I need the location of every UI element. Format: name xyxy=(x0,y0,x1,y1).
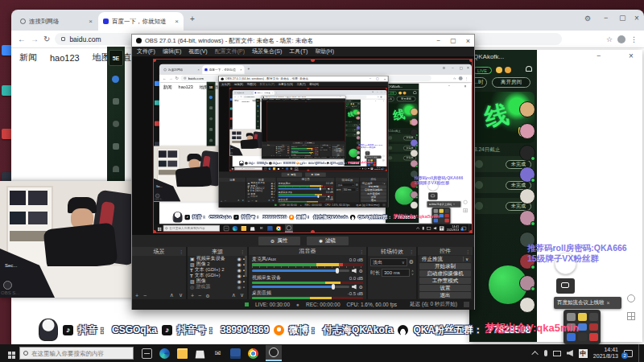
obs-maximize-button[interactable]: ▢ xyxy=(450,37,456,44)
leave-room-button[interactable]: 离开房间 xyxy=(492,77,530,88)
visibility-icon[interactable]: ◉ xyxy=(237,284,242,290)
sidebar-icon-4[interactable] xyxy=(113,143,119,150)
viewer-avatar[interactable] xyxy=(519,145,535,161)
visibility-icon[interactable]: ◉ xyxy=(237,267,242,273)
properties-button[interactable]: ⚙属性 xyxy=(258,237,300,245)
task-view-icon[interactable] xyxy=(142,348,152,359)
viewer-avatar[interactable] xyxy=(519,101,535,117)
grid-icon[interactable] xyxy=(627,312,635,320)
bookmark-star-icon[interactable]: ☆ xyxy=(606,35,613,43)
duration-input[interactable]: 300 ms xyxy=(382,269,410,277)
transition-select[interactable]: 淡出∨ xyxy=(370,258,407,266)
clock[interactable]: 14:41 2021/8/13 xyxy=(593,347,618,360)
mail-icon[interactable]: ✉ xyxy=(213,348,223,359)
speaker-icon[interactable] xyxy=(352,269,357,274)
volume-slider[interactable] xyxy=(252,286,349,288)
obs-shortcut-icon[interactable] xyxy=(3,281,12,290)
add-source-button[interactable]: + xyxy=(191,293,194,298)
sidebar-icon-3[interactable] xyxy=(113,121,119,127)
menu-profile[interactable]: 配置文件(P) xyxy=(215,47,245,56)
lock-icon[interactable]: ▪ xyxy=(243,285,245,290)
shield-icon[interactable] xyxy=(112,76,119,83)
notification-tooltip[interactable]: 百度如流会议上线啦 × xyxy=(554,297,621,309)
sources-list[interactable]: ▣视频采集设备◉▪ ▨图像 2◉▪ T文本 (GDI+) 2◉▪ T文本 (GD… xyxy=(188,256,247,291)
back-icon[interactable]: ← xyxy=(18,35,26,43)
remove-scene-button[interactable]: − xyxy=(143,293,147,298)
edge-icon[interactable] xyxy=(159,348,170,359)
taskbar-search[interactable] xyxy=(19,347,134,360)
obs-minimize-button[interactable]: − xyxy=(437,37,441,44)
new-tab-button[interactable]: + xyxy=(190,14,195,23)
source-down-button[interactable]: ∨ xyxy=(240,292,244,298)
viewer-avatar[interactable] xyxy=(519,188,535,204)
studio-mode-button[interactable]: 工作室模式 xyxy=(419,278,471,284)
circle-minus-icon[interactable] xyxy=(627,294,635,302)
stop-streaming-button[interactable]: 停止推流∨ xyxy=(419,256,471,262)
source-row[interactable]: ◎游戏源◉▪ xyxy=(188,284,247,290)
sources-scrollbar[interactable] xyxy=(245,256,247,277)
speaker-icon[interactable] xyxy=(352,285,357,290)
tray-chevron-icon[interactable] xyxy=(531,351,538,357)
virtual-camera-button[interactable]: 启动虚拟摄像机 xyxy=(419,270,471,277)
menu-tools[interactable]: 工具(T) xyxy=(289,47,308,56)
tab-close-icon[interactable]: × xyxy=(175,18,179,25)
sources-dock-header[interactable]: 来源⋮ xyxy=(188,247,247,256)
menu-kebab-icon[interactable]: ⋮ xyxy=(630,35,638,43)
chrome-icon[interactable] xyxy=(248,348,258,359)
tray-app-icon[interactable] xyxy=(589,313,598,321)
sidebar-icon-2[interactable] xyxy=(113,98,119,105)
bell-icon[interactable] xyxy=(526,66,532,72)
profile-avatar[interactable] xyxy=(617,35,625,43)
tray-app-icon[interactable] xyxy=(578,333,587,341)
viewer-avatar[interactable] xyxy=(519,210,535,226)
viewer-avatar[interactable] xyxy=(519,167,535,183)
nav-link[interactable]: hao123 xyxy=(50,53,80,63)
lock-icon[interactable]: ▪ xyxy=(243,279,245,284)
word-icon[interactable] xyxy=(230,348,241,359)
network-icon[interactable] xyxy=(553,351,561,356)
volume-icon[interactable] xyxy=(567,350,573,356)
notification-center-icon[interactable]: 2 xyxy=(624,350,633,357)
mic-icon[interactable] xyxy=(544,350,547,356)
menu-file[interactable]: 文件(F) xyxy=(137,47,155,56)
obs-preview-capture[interactable]: FACE... 连接到网络 × 百度一下，你就知道 × + ⚙ − ▢ × ← … xyxy=(154,60,472,232)
source-properties-button[interactable]: ⚙ xyxy=(205,293,209,298)
volume-slider[interactable] xyxy=(252,269,349,272)
ime-indicator[interactable]: 中 xyxy=(579,349,588,358)
tray-app-icon[interactable] xyxy=(578,313,587,321)
wifi-icon[interactable] xyxy=(113,166,119,172)
transitions-dock-header[interactable]: 转场特效⋮ xyxy=(368,247,416,256)
add-scene-button[interactable]: + xyxy=(135,293,138,298)
forward-icon[interactable]: → xyxy=(31,35,39,43)
viewer-avatar[interactable] xyxy=(519,123,535,139)
start-recording-button[interactable]: 开始录制 xyxy=(419,263,471,269)
scenes-list[interactable] xyxy=(132,256,186,291)
channel-gear-icon[interactable]: ⚙ xyxy=(359,284,363,290)
titlebar-gear-icon[interactable]: ⚙ xyxy=(584,14,591,23)
slider-handle[interactable] xyxy=(332,284,335,290)
menu-help[interactable]: 帮助(H) xyxy=(315,47,334,56)
visibility-icon[interactable]: ◉ xyxy=(237,273,242,278)
show-desktop-sliver[interactable] xyxy=(638,344,641,362)
search-input[interactable] xyxy=(31,350,126,357)
viewer-avatar[interactable] xyxy=(519,297,535,313)
settings-button[interactable]: 设置 xyxy=(419,285,471,291)
scenes-dock-header[interactable]: 场景⋮ xyxy=(132,247,186,256)
duration-stepper[interactable]: ∧∨ xyxy=(411,269,414,276)
reload-icon[interactable]: ↻ xyxy=(43,35,50,43)
visibility-icon[interactable]: ◉ xyxy=(237,256,242,261)
scene-up-button[interactable]: ∧ xyxy=(170,292,174,298)
store-icon[interactable] xyxy=(195,348,205,359)
tray-app-icon[interactable] xyxy=(589,333,598,341)
visibility-icon[interactable]: ◉ xyxy=(237,261,242,267)
browser-tab-inactive[interactable]: 连接到网络 × xyxy=(16,12,97,31)
exit-button[interactable]: 退出 xyxy=(419,292,471,298)
menu-scene-collection[interactable]: 场景集合(S) xyxy=(252,47,282,56)
visibility-icon[interactable]: ◉ xyxy=(237,278,242,284)
tab-close-icon[interactable]: × xyxy=(89,18,93,25)
chat-button[interactable] xyxy=(556,278,575,294)
viewer-avatar[interactable] xyxy=(519,275,535,291)
obs-taskbar-icon[interactable] xyxy=(266,345,282,361)
filters-button[interactable]: ✱滤镜 xyxy=(307,237,349,245)
split-caret-icon[interactable]: ∨ xyxy=(463,257,469,261)
